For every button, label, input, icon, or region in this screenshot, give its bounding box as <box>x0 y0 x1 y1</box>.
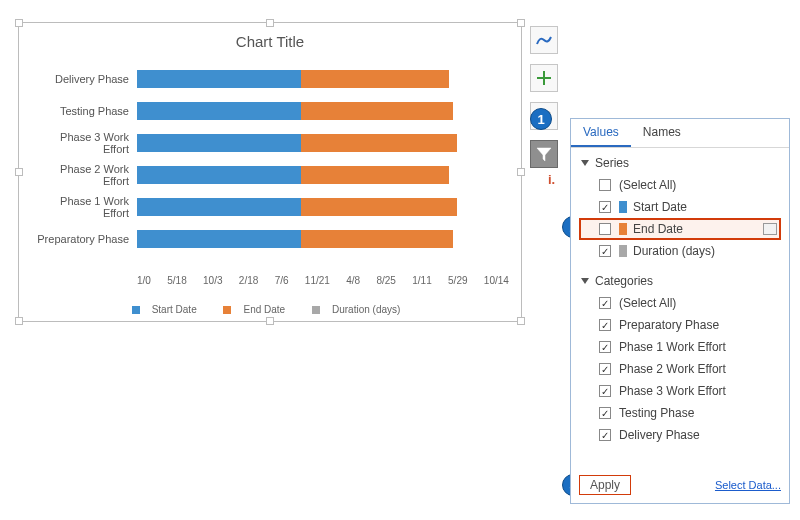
checkbox[interactable] <box>599 201 611 213</box>
series-color-swatch <box>619 245 627 257</box>
series-item[interactable]: Start Date <box>579 196 781 218</box>
series-edit-icon[interactable] <box>763 223 777 235</box>
category-label: Testing Phase <box>31 105 137 117</box>
plus-icon <box>535 69 553 87</box>
chart-filters-button[interactable] <box>530 140 558 168</box>
resize-handle[interactable] <box>15 19 23 27</box>
x-tick: 5/29 <box>448 275 467 286</box>
resize-handle[interactable] <box>517 317 525 325</box>
checkbox[interactable] <box>599 245 611 257</box>
x-tick: 10/14 <box>484 275 509 286</box>
x-tick: 1/11 <box>412 275 431 286</box>
category-item-label: (Select All) <box>619 296 676 310</box>
x-tick: 2/18 <box>239 275 258 286</box>
category-item[interactable]: Testing Phase <box>579 402 781 424</box>
x-tick: 10/3 <box>203 275 222 286</box>
bar-segment-end <box>301 102 454 120</box>
checkbox[interactable] <box>599 319 611 331</box>
checkbox[interactable] <box>599 297 611 309</box>
bar-segment-start <box>137 102 301 120</box>
series-item-label: End Date <box>633 222 683 236</box>
select-data-link[interactable]: Select Data... <box>715 479 781 491</box>
resize-handle[interactable] <box>15 317 23 325</box>
bar[interactable] <box>137 70 509 88</box>
funnel-icon <box>535 145 553 163</box>
bar[interactable] <box>137 198 509 216</box>
bar-segment-start <box>137 70 301 88</box>
checkbox[interactable] <box>599 363 611 375</box>
bar-segment-start <box>137 230 301 248</box>
category-label: Phase 2 Work Effort <box>31 163 137 187</box>
chart-container[interactable]: Chart Title Delivery PhaseTesting PhaseP… <box>18 22 522 322</box>
chart-tool-buttons <box>530 26 560 178</box>
chart-elements-button[interactable] <box>530 26 558 54</box>
series-item-label: Start Date <box>633 200 687 214</box>
chart-title[interactable]: Chart Title <box>19 23 521 56</box>
bar[interactable] <box>137 166 509 184</box>
series-section: Series (Select All) Start DateEnd DateDu… <box>571 148 789 266</box>
x-tick: 4/8 <box>346 275 360 286</box>
checkbox[interactable] <box>599 407 611 419</box>
series-header[interactable]: Series <box>579 152 781 174</box>
bar-segment-end <box>301 198 457 216</box>
checkbox[interactable] <box>599 179 611 191</box>
checkbox[interactable] <box>599 385 611 397</box>
legend-start: Start Date <box>152 304 197 315</box>
bar[interactable] <box>137 134 509 152</box>
bar-segment-start <box>137 134 301 152</box>
category-item[interactable]: Preparatory Phase <box>579 314 781 336</box>
category-item[interactable]: Phase 3 Work Effort <box>579 380 781 402</box>
categories-header[interactable]: Categories <box>579 270 781 292</box>
callout-badge-1: 1 <box>530 108 552 130</box>
checkbox[interactable] <box>599 223 611 235</box>
series-color-swatch <box>619 201 627 213</box>
series-header-label: Series <box>595 156 629 170</box>
category-label: Preparatory Phase <box>31 233 137 245</box>
select-all-label: (Select All) <box>619 178 676 192</box>
bar[interactable] <box>137 102 509 120</box>
resize-handle[interactable] <box>15 168 23 176</box>
category-label: Delivery Phase <box>31 73 137 85</box>
legend-end: End Date <box>243 304 285 315</box>
apply-button[interactable]: Apply <box>579 475 631 495</box>
category-item[interactable]: Phase 2 Work Effort <box>579 358 781 380</box>
category-item-label: Phase 2 Work Effort <box>619 362 726 376</box>
checkbox[interactable] <box>599 341 611 353</box>
series-item[interactable]: End Date <box>579 218 781 240</box>
bar-segment-end <box>301 230 454 248</box>
bar-segment-end <box>301 166 450 184</box>
category-item[interactable]: (Select All) <box>579 292 781 314</box>
x-axis: 1/05/1810/32/187/611/214/88/251/115/2910… <box>137 275 509 286</box>
resize-handle[interactable] <box>266 317 274 325</box>
x-tick: 8/25 <box>376 275 395 286</box>
filter-tabs: Values Names <box>571 119 789 148</box>
chart-styles-button[interactable] <box>530 64 558 92</box>
series-item-label: Duration (days) <box>633 244 715 258</box>
chevron-down-icon <box>581 278 589 284</box>
tab-names[interactable]: Names <box>631 119 693 147</box>
bar[interactable] <box>137 230 509 248</box>
x-tick: 1/0 <box>137 275 151 286</box>
category-item-label: Delivery Phase <box>619 428 700 442</box>
checkbox[interactable] <box>599 429 611 441</box>
resize-handle[interactable] <box>517 19 525 27</box>
chevron-down-icon <box>581 160 589 166</box>
tab-values[interactable]: Values <box>571 119 631 147</box>
series-item[interactable]: Duration (days) <box>579 240 781 262</box>
category-item-label: Phase 1 Work Effort <box>619 340 726 354</box>
categories-header-label: Categories <box>595 274 653 288</box>
plot-area: Delivery PhaseTesting PhasePhase 3 Work … <box>31 63 509 275</box>
filter-pane-footer: Apply Select Data... <box>579 475 781 495</box>
bar-segment-start <box>137 198 301 216</box>
x-tick: 11/21 <box>305 275 330 286</box>
category-item-label: Testing Phase <box>619 406 694 420</box>
category-item[interactable]: Delivery Phase <box>579 424 781 446</box>
series-color-swatch <box>619 223 627 235</box>
resize-handle[interactable] <box>517 168 525 176</box>
category-item-label: Preparatory Phase <box>619 318 719 332</box>
categories-section: Categories (Select All)Preparatory Phase… <box>571 266 789 450</box>
category-label: Phase 3 Work Effort <box>31 131 137 155</box>
resize-handle[interactable] <box>266 19 274 27</box>
series-select-all[interactable]: (Select All) <box>579 174 781 196</box>
category-item[interactable]: Phase 1 Work Effort <box>579 336 781 358</box>
